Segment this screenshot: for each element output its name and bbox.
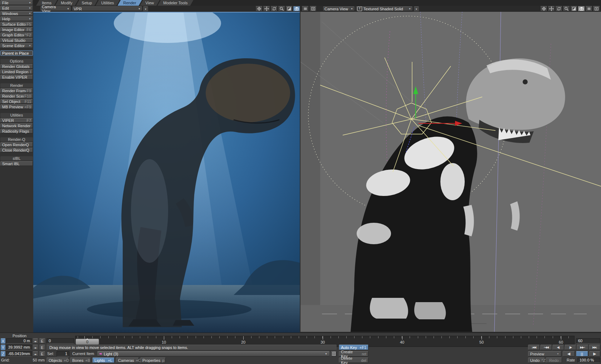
surface-editor-button[interactable]: Surface Editor F5 — [0, 22, 33, 26]
current-frame-field[interactable]: 0 — [47, 338, 74, 344]
limited-region-button[interactable]: Limited Region l — [0, 69, 33, 74]
close-renderq-button[interactable]: Close RenderQ — [0, 148, 33, 152]
tick-60: 60 — [559, 340, 563, 344]
smart-ibl-button[interactable]: Smart IBL — [0, 161, 33, 166]
network-render-button[interactable]: Network Render — [0, 123, 33, 128]
y-axis-button[interactable]: Y — [1, 345, 5, 350]
bones-mode-button[interactable]: Bones +B — [70, 358, 91, 363]
x-axis-button[interactable]: X — [1, 338, 5, 344]
radiosity-flags-button[interactable]: Radiosity Flags — [0, 129, 33, 133]
left-view-mode-dropdown[interactable]: Camera View ▼ — [40, 6, 71, 11]
image-editor-button[interactable]: Image Editor F6 — [0, 27, 33, 32]
go-to-start-button[interactable]: |◀◀ — [528, 345, 540, 350]
viewport-menu-icon[interactable] — [585, 6, 592, 11]
undo-button[interactable]: Undo ^Z — [528, 358, 545, 363]
chevron-down-icon: ▼ — [29, 1, 31, 4]
renderq-section-header: Render-Q — [0, 137, 33, 142]
properties-button[interactable]: Properties p — [140, 358, 166, 363]
z-spinner[interactable]: ◂▸ — [33, 351, 38, 356]
mb-preview-button[interactable]: MB Preview +F9 — [0, 104, 33, 109]
delete-key-button[interactable]: Delete Key del — [339, 358, 368, 363]
tick-30: 30 — [321, 340, 325, 344]
x-envelope-button[interactable]: E — [39, 338, 45, 344]
opengl-trex-scene — [300, 12, 601, 332]
redo-button[interactable]: Redo — [546, 358, 562, 363]
z-position-field[interactable]: -65.0419mm — [6, 351, 32, 356]
zoom-icon[interactable] — [278, 6, 285, 11]
objects-mode-button[interactable]: Objects +O — [47, 358, 69, 363]
z-envelope-button[interactable]: E — [39, 351, 45, 356]
chevron-down-icon: ▼ — [325, 353, 327, 355]
maximize-viewport-icon[interactable] — [570, 6, 577, 11]
tab-setup[interactable]: Setup — [76, 0, 98, 6]
open-renderq-button[interactable]: Open RenderQ — [0, 142, 33, 147]
end-frame-field[interactable]: 60 — [576, 338, 600, 344]
options-section-header: Options — [0, 59, 33, 63]
go-to-end-button[interactable]: ▶▶| — [589, 345, 600, 350]
parent-in-place-button[interactable]: Parent in Place — [0, 50, 33, 56]
virtual-studio-button[interactable]: Virtual Studio — [0, 38, 33, 43]
chevron-down-icon: ▼ — [348, 8, 353, 10]
current-item-dropdown[interactable]: Light (3) ▼ — [97, 351, 329, 356]
menu-help[interactable]: Help ▼ — [0, 16, 33, 21]
x-spinner[interactable]: ◂▸ — [33, 338, 38, 344]
play-reverse-button[interactable]: ◀ — [563, 351, 575, 356]
sel-object-button[interactable]: Sel Object F11 — [0, 99, 33, 104]
opengl-shaded-viewport[interactable] — [300, 12, 601, 333]
viewport-menu-icon[interactable] — [302, 6, 309, 11]
pause-button[interactable]: || — [576, 351, 588, 356]
tab-render[interactable]: Render — [118, 0, 142, 6]
tab-view[interactable]: View — [140, 0, 160, 6]
graph-editor-button[interactable]: Graph Editor ^F2 — [0, 33, 33, 37]
render-globals-button[interactable]: Render Globals — [0, 64, 33, 69]
next-key-button[interactable]: ▶▶+ — [577, 345, 588, 350]
sel-label: Sel: — [47, 351, 54, 356]
tab-utilities[interactable]: Utilities — [96, 0, 119, 6]
camera-icon[interactable] — [578, 6, 585, 11]
right-viewport-options-dropdown[interactable]: ▼ — [414, 6, 419, 12]
vpr-render-viewport[interactable] — [33, 12, 300, 333]
left-render-mode-dropdown[interactable]: VPR ▼ — [72, 6, 142, 11]
rotate-icon[interactable] — [270, 6, 278, 11]
zoom-icon[interactable] — [563, 6, 570, 11]
cameras-mode-button[interactable]: Cameras +C — [116, 358, 139, 363]
scene-editor-button[interactable]: Scene Editor ▼ — [0, 43, 33, 48]
render-section-header: Render — [0, 83, 33, 88]
rate-field[interactable]: 100.0 % — [577, 358, 600, 363]
y-envelope-button[interactable]: E — [39, 345, 45, 350]
right-render-mode-dropdown[interactable]: T Textured Shaded Solid ▼ — [356, 6, 412, 11]
menu-edit[interactable]: Edit ▼ — [0, 6, 33, 10]
left-viewport-options-dropdown[interactable]: ▼ — [143, 6, 148, 12]
render-frame-button[interactable]: Render Frame F9 — [0, 88, 33, 93]
pan-icon[interactable] — [540, 6, 547, 11]
x-position-field[interactable]: 0 m — [6, 338, 32, 344]
viper-button[interactable]: VIPER F7 — [0, 118, 33, 123]
main-tab-bar: Items Modify Setup Utilities Render View… — [33, 0, 601, 6]
right-view-mode-dropdown[interactable]: Camera View ▼ — [323, 6, 355, 11]
enable-viper-button[interactable]: Enable VIPER — [0, 75, 33, 79]
maximize-viewport-icon[interactable] — [285, 6, 293, 11]
timeline-slider-handle[interactable]: 0 — [75, 339, 99, 345]
tab-modeler-tools[interactable]: Modeler Tools — [157, 0, 193, 6]
move-icon[interactable] — [548, 6, 555, 11]
play-forward-button[interactable]: ▶ — [589, 351, 600, 356]
render-scene-button[interactable]: Render Scene F10 — [0, 94, 33, 98]
previous-key-button[interactable]: +◀◀ — [540, 345, 552, 350]
lights-mode-button[interactable]: Lights +L — [92, 358, 114, 363]
move-icon[interactable] — [263, 6, 270, 11]
tick-50: 50 — [479, 340, 484, 344]
viewport-layout-icon[interactable] — [309, 6, 317, 11]
menu-windows[interactable]: Windows ▼ — [0, 11, 33, 16]
menu-file[interactable]: File ▼ — [0, 0, 33, 5]
step-back-button[interactable]: ◀|| — [552, 345, 564, 350]
camera-icon[interactable] — [293, 6, 300, 11]
y-spinner[interactable]: ◂▸ — [33, 345, 38, 350]
z-axis-button[interactable]: Z — [1, 351, 5, 356]
preview-dropdown[interactable]: Preview ▼ — [528, 351, 561, 356]
rotate-icon[interactable] — [555, 6, 562, 11]
item-properties-mini-button[interactable] — [331, 351, 337, 356]
pan-icon[interactable] — [255, 6, 263, 11]
viewport-layout-icon[interactable] — [593, 6, 600, 11]
y-position-field[interactable]: 39.9992 mm — [6, 345, 32, 350]
step-forward-button[interactable]: ||▶ — [565, 345, 576, 350]
